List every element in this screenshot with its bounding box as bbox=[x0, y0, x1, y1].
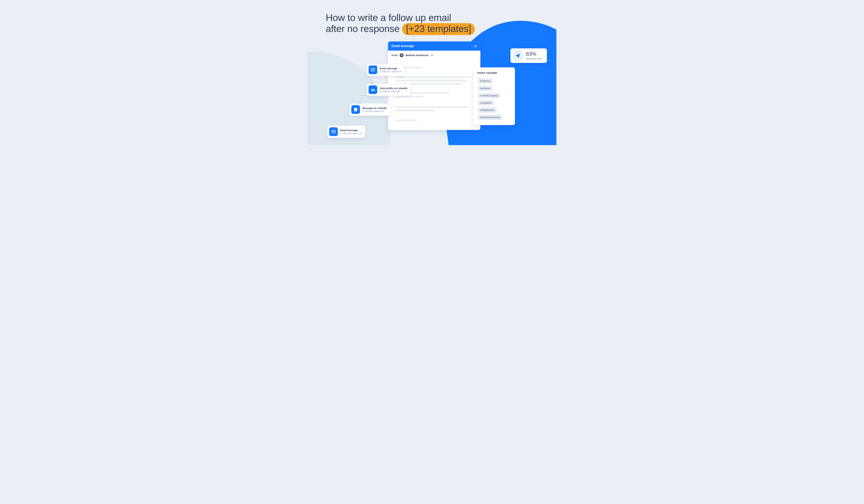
headline-pill: [+23 templates] bbox=[402, 23, 475, 35]
close-icon[interactable] bbox=[474, 45, 477, 48]
variable-pill[interactable]: occupation bbox=[477, 100, 494, 106]
sequence-step[interactable]: in Message on LinkedIn Wait for 0 days &… bbox=[349, 103, 390, 116]
placeholder-line bbox=[395, 106, 469, 108]
linkedin-icon bbox=[369, 85, 377, 94]
placeholder-line bbox=[395, 120, 417, 121]
placeholder-line bbox=[395, 109, 434, 111]
svg-text:in: in bbox=[355, 108, 357, 110]
variable-panel-title: Insert variable bbox=[477, 71, 511, 75]
headline-line2: after no response [+23 templates] bbox=[326, 23, 475, 35]
variable-pill[interactable]: collegeName bbox=[477, 107, 497, 113]
variable-pill[interactable]: currentCompany bbox=[477, 93, 501, 98]
sender-name: Matthew Henderson bbox=[406, 54, 429, 57]
headline-line1: How to write a follow up email bbox=[326, 12, 475, 23]
clock-icon bbox=[362, 110, 364, 112]
variable-pill[interactable]: totalYearsinCareer bbox=[477, 115, 503, 120]
compose-from-row: From M Matthew Henderson bbox=[388, 51, 480, 60]
step-title: Email message bbox=[380, 67, 401, 70]
step-wait: Wait for 2 days & 2h bbox=[340, 132, 362, 135]
svg-rect-1 bbox=[372, 89, 372, 91]
stat-value: 63% bbox=[526, 51, 542, 57]
variable-pill[interactable]: firstName bbox=[477, 78, 493, 84]
page-title: How to write a follow up email after no … bbox=[326, 12, 475, 35]
clock-icon bbox=[340, 132, 342, 134]
linkedin-message-icon: in bbox=[351, 105, 360, 114]
clock-icon bbox=[380, 91, 382, 93]
compose-title: Email message bbox=[392, 44, 414, 48]
placeholder-line bbox=[395, 80, 467, 82]
step-title: Message on LinkedIn bbox=[362, 107, 387, 109]
clock-icon bbox=[380, 71, 382, 73]
step-title: Email message bbox=[340, 129, 362, 132]
sequence-step[interactable]: Email message Wait for 2 days & 2h bbox=[327, 125, 365, 138]
remove-sender-icon[interactable] bbox=[431, 54, 433, 56]
variable-pill[interactable]: lastName bbox=[477, 85, 493, 91]
sequence-step[interactable]: Email message Wait for 2 days & 2h bbox=[367, 63, 405, 76]
step-wait: Wait for 1 day & 0h bbox=[380, 90, 407, 93]
compose-header: Email message bbox=[388, 41, 480, 51]
step-wait: Wait for 0 days & 5h bbox=[362, 110, 387, 112]
from-label: From bbox=[392, 54, 398, 57]
paper-plane-icon bbox=[513, 51, 523, 60]
step-wait: Wait for 2 days & 2h bbox=[380, 70, 401, 73]
mail-icon bbox=[329, 127, 338, 136]
svg-point-2 bbox=[372, 88, 372, 89]
svg-rect-5 bbox=[355, 111, 357, 111]
insert-variable-panel: Insert variable firstName lastName curre… bbox=[473, 68, 515, 125]
mail-icon bbox=[369, 65, 377, 74]
response-rate-card: 63% Response rate bbox=[511, 48, 547, 63]
stat-label: Response rate bbox=[526, 57, 542, 60]
step-title: View profile on LinkedIn bbox=[380, 87, 407, 90]
placeholder-line bbox=[395, 76, 470, 78]
avatar: M bbox=[400, 53, 404, 57]
placeholder-line bbox=[395, 96, 423, 97]
sequence-step[interactable]: View profile on LinkedIn Wait for 1 day … bbox=[367, 83, 411, 96]
